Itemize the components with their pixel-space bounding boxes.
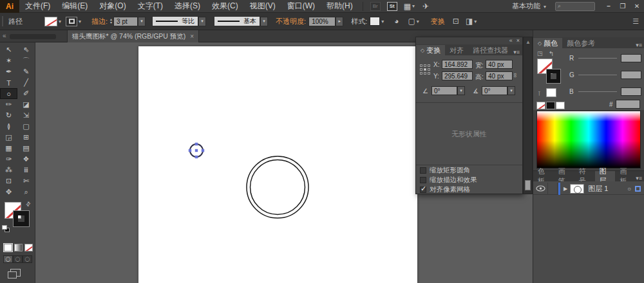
checkbox-scale-corners[interactable]: ✓ 缩放矩形圆角 (416, 165, 522, 175)
g-slider[interactable] (578, 75, 617, 75)
stroke-swatch[interactable] (14, 211, 29, 226)
tab-brushes[interactable]: 画笔 (554, 171, 574, 181)
bridge-icon[interactable]: Br (370, 2, 381, 11)
menu-object[interactable]: 对象(O) (93, 1, 131, 12)
color-button[interactable] (4, 244, 12, 251)
tool-slice[interactable]: ✄ (17, 176, 35, 187)
tool-curvature-pen[interactable]: ✎ (17, 66, 35, 77)
app-logo[interactable]: Ai (0, 0, 19, 13)
menu-file[interactable]: 文件(F) (19, 1, 56, 12)
stroke-profile-chevron[interactable]: ▾ (198, 17, 206, 26)
checkbox-icon[interactable]: ✓ (420, 177, 426, 183)
minimize-button[interactable]: – (601, 3, 616, 10)
collapse-tools-icon[interactable]: « (3, 32, 6, 39)
black-swatch[interactable] (546, 102, 555, 109)
stroke-weight-dropdown[interactable]: ▾ (138, 17, 146, 26)
panel-menu-icon[interactable]: ▾≡ (636, 175, 642, 181)
g-value-field[interactable] (621, 71, 641, 79)
anchor-point[interactable] (195, 143, 198, 145)
tool-rotate[interactable]: ↻ (0, 110, 17, 121)
tool-hand[interactable]: ✥ (0, 187, 17, 197)
share-icon[interactable]: ✈ (422, 2, 429, 11)
screen-mode-button[interactable] (10, 269, 21, 277)
tool-gradient[interactable]: ▤ (17, 143, 35, 154)
menu-help[interactable]: 帮助(H) (321, 1, 359, 12)
checkbox-icon[interactable]: ✓ (420, 187, 426, 193)
search-box[interactable]: ⌕ (555, 2, 595, 11)
tool-lasso[interactable]: ⌒ (17, 55, 35, 66)
stroke-swatch[interactable] (547, 69, 560, 83)
tool-type[interactable]: T (0, 77, 17, 88)
ref-dot[interactable] (424, 64, 426, 67)
control-panel-menu-icon[interactable]: ☰ (632, 17, 639, 26)
artboard[interactable] (138, 46, 417, 283)
document-tab[interactable]: 猫头鹰图标* @ 74% (RGB/GPU 预览) × (67, 30, 199, 42)
tool-paintbrush[interactable]: ✐ (17, 88, 35, 99)
ring-shape[interactable] (247, 156, 308, 218)
rotate-dropdown[interactable]: ▾ (457, 86, 465, 95)
restore-button[interactable]: ❐ (616, 3, 630, 10)
gradient-button[interactable] (14, 244, 23, 251)
tool-artboard[interactable]: ⊡ (0, 176, 17, 187)
y-field[interactable]: 295.649 (442, 71, 473, 80)
anchor-point[interactable] (195, 149, 198, 152)
ref-dot-center[interactable] (424, 68, 426, 71)
ref-dot[interactable] (428, 68, 430, 71)
tool-graph[interactable]: ⅲ (17, 165, 35, 176)
select-similar-chevron[interactable]: ▾ (417, 19, 419, 24)
draw-inside-button[interactable]: ◯ (23, 255, 32, 263)
panel-menu-icon[interactable]: ▾≡ (513, 49, 520, 55)
layer-thumbnail[interactable] (570, 184, 584, 194)
b-slider[interactable] (578, 91, 617, 92)
tab-color[interactable]: ◇颜色 (533, 38, 562, 48)
tool-zoom[interactable]: ⌕ (17, 187, 35, 197)
stroke-color-swatch[interactable] (66, 17, 77, 26)
stroke-weight-stepper[interactable]: ▴▾ (110, 18, 112, 24)
ref-dot[interactable] (420, 64, 422, 67)
tab-align[interactable]: 对齐 (445, 45, 468, 55)
close-tab-icon[interactable]: × (190, 33, 194, 40)
tab-pathfinder[interactable]: 路径查找器 (468, 45, 513, 55)
workspace-switcher[interactable]: 基本功能 ▾ (512, 1, 547, 11)
width-field[interactable]: 40 px (486, 60, 513, 69)
checkbox-align-pixel-grid[interactable]: ✓ 对齐像素网格 (416, 185, 522, 194)
stock-icon[interactable]: St (387, 2, 397, 11)
tab-color-guide[interactable]: 颜色参考 (562, 38, 600, 48)
tool-blend[interactable]: ❖ (17, 154, 35, 165)
fill-color-swatch[interactable] (44, 17, 57, 26)
constrain-proportions-icon[interactable]: ∞ (508, 73, 524, 79)
tool-magic-wand[interactable]: ✶ (0, 55, 17, 66)
opacity-chevron[interactable]: ▸ (336, 17, 343, 26)
stroke-profile-dropdown[interactable]: 等比 (152, 16, 198, 26)
tool-free-transform[interactable]: ▢ (17, 121, 35, 132)
tool-eraser[interactable]: ◪ (17, 99, 35, 110)
x-field[interactable]: 164.892 (442, 60, 473, 69)
r-value-field[interactable] (621, 54, 641, 62)
color-spectrum[interactable] (536, 111, 641, 169)
tab-transform[interactable]: ◇变换 (416, 45, 445, 55)
shear-field[interactable]: 0° (482, 86, 507, 95)
step-down-icon[interactable]: ▾ (110, 21, 112, 24)
recolor-artwork-icon[interactable]: ◕ (394, 17, 399, 26)
style-chevron[interactable]: ▾ (381, 19, 384, 24)
hex-field[interactable] (616, 100, 640, 109)
disclosure-triangle-icon[interactable]: ▶ (564, 186, 567, 192)
opacity-label[interactable]: 不透明度: (276, 17, 306, 26)
checkbox-icon[interactable]: ✓ (420, 167, 426, 174)
tool-selection[interactable]: ↖ (0, 44, 17, 55)
ref-dot[interactable] (428, 72, 430, 75)
draw-behind-button[interactable]: ◯ (13, 255, 23, 263)
r-slider[interactable] (578, 58, 617, 59)
brush-definition-dropdown[interactable]: 基本 (214, 16, 260, 26)
transform-link[interactable]: 变换 (431, 17, 445, 26)
checkbox-scale-strokes[interactable]: ✓ 缩放描边和效果 (416, 175, 522, 185)
stroke-weight-field[interactable]: 3 pt (113, 17, 138, 26)
tool-pen[interactable]: ✒ (0, 66, 17, 77)
swap-fill-stroke-icon[interactable]: ↰ (549, 50, 554, 57)
menu-window[interactable]: 窗口(W) (281, 1, 321, 12)
extra-options-icon[interactable]: ◨ (466, 17, 473, 26)
ref-dot[interactable] (424, 72, 426, 75)
shift-color-icon[interactable]: ◳ (537, 50, 543, 57)
tool-shape-builder[interactable]: ◲ (0, 132, 17, 143)
draw-normal-button[interactable]: ◯ (3, 255, 13, 263)
